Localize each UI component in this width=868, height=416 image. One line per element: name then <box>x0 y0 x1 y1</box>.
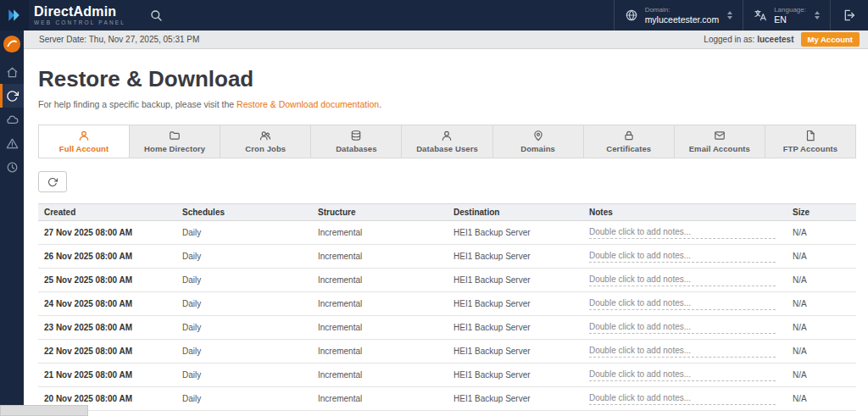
sidebar-item-warning[interactable] <box>0 131 24 155</box>
cell-schedules: Daily <box>176 275 312 285</box>
language-select[interactable]: Language: EN <box>743 0 830 31</box>
table-row[interactable]: 19 Nov 2025 08:00 AMDailyIncrementalHEI1… <box>38 411 856 416</box>
sidebar-item-home[interactable] <box>0 60 24 84</box>
table-row[interactable]: 24 Nov 2025 08:00 AMDailyIncrementalHEI1… <box>38 292 856 316</box>
notes-placeholder[interactable]: Double click to add notes... <box>589 275 776 286</box>
table-row[interactable]: 27 Nov 2025 08:00 AMDailyIncrementalHEI1… <box>38 221 856 245</box>
cell-schedules: Daily <box>176 347 312 356</box>
cell-size: N/A <box>787 347 856 356</box>
table-row[interactable]: 26 Nov 2025 08:00 AMDailyIncrementalHEI1… <box>38 245 856 269</box>
directadmin-logo-icon[interactable] <box>0 0 29 31</box>
cell-notes[interactable]: Double click to add notes... <box>583 393 787 405</box>
domain-value: myluceetester.com <box>645 14 720 25</box>
table-row[interactable]: 21 Nov 2025 08:00 AMDailyIncrementalHEI1… <box>38 363 856 387</box>
tab-databases[interactable]: Databases <box>311 125 402 158</box>
users-icon <box>259 130 271 141</box>
notes-placeholder[interactable]: Double click to add notes... <box>589 251 776 263</box>
documentation-link[interactable]: Restore & Download documentation <box>236 99 379 109</box>
my-account-button[interactable]: My Account <box>801 32 860 47</box>
cell-notes[interactable]: Double click to add notes... <box>583 275 787 286</box>
column-header-notes: Notes <box>583 208 787 217</box>
cloud-icon <box>6 114 19 126</box>
cell-created: 27 Nov 2025 08:00 AM <box>38 228 176 237</box>
cell-created: 20 Nov 2025 08:00 AM <box>38 394 176 403</box>
column-header-size: Size <box>787 208 856 217</box>
sidebar-item-cloud[interactable] <box>0 108 24 131</box>
tab-certificates[interactable]: Certificates <box>584 125 675 158</box>
tab-database-users[interactable]: Database Users <box>402 125 492 158</box>
server-date: Server Date: Thu, Nov 27, 2025, 05:31 PM <box>39 35 199 44</box>
cell-destination: HEI1 Backup Server <box>448 299 583 308</box>
logged-in-user: luceetest <box>757 35 793 44</box>
cell-notes[interactable]: Double click to add notes... <box>583 369 787 381</box>
domain-select[interactable]: Domain: myluceetester.com <box>614 0 743 31</box>
sidebar-item-clock[interactable] <box>0 155 24 179</box>
cell-size: N/A <box>787 370 856 380</box>
language-value: EN <box>774 14 806 25</box>
notes-placeholder[interactable]: Double click to add notes... <box>589 346 776 358</box>
cell-destination: HEI1 Backup Server <box>448 370 583 380</box>
column-header-created: Created <box>38 208 176 217</box>
sidebar-item-refresh[interactable] <box>0 84 24 108</box>
table-row[interactable]: 25 Nov 2025 08:00 AMDailyIncrementalHEI1… <box>38 269 856 292</box>
topbar: DirectAdmin web control panel Domain: my… <box>0 0 868 31</box>
cell-structure: Incremental <box>312 347 448 356</box>
cell-created: 26 Nov 2025 08:00 AM <box>38 252 176 261</box>
tab-label: FTP Accounts <box>783 144 838 153</box>
tab-label: Cron Jobs <box>245 144 286 153</box>
cell-notes[interactable]: Double click to add notes... <box>583 298 787 310</box>
refresh-button[interactable] <box>38 171 67 192</box>
refresh-icon <box>6 90 19 103</box>
cell-structure: Incremental <box>312 370 448 380</box>
table-row[interactable]: 22 Nov 2025 08:00 AMDailyIncrementalHEI1… <box>38 340 856 363</box>
notes-placeholder[interactable]: Double click to add notes... <box>589 369 776 381</box>
notes-placeholder[interactable]: Double click to add notes... <box>589 298 776 310</box>
user-icon <box>441 130 453 141</box>
user-avatar-logo[interactable] <box>3 35 21 53</box>
language-spinner-icon[interactable] <box>815 11 820 19</box>
table-row[interactable]: 23 Nov 2025 08:00 AMDailyIncrementalHEI1… <box>38 316 856 340</box>
tab-label: Database Users <box>416 144 478 153</box>
logout-button[interactable] <box>830 0 868 31</box>
tab-domains[interactable]: Domains <box>493 125 584 158</box>
tab-label: Home Directory <box>144 144 205 153</box>
cell-size: N/A <box>787 275 856 285</box>
cell-notes[interactable]: Double click to add notes... <box>583 251 787 263</box>
cell-size: N/A <box>787 394 856 403</box>
domain-spinner-icon[interactable] <box>727 11 732 19</box>
cell-structure: Incremental <box>312 323 448 332</box>
cell-destination: HEI1 Backup Server <box>448 228 583 237</box>
tab-full-account[interactable]: Full Account <box>39 125 130 158</box>
cell-notes[interactable]: Double click to add notes... <box>583 322 787 334</box>
logged-in-as: Logged in as: luceetest <box>704 35 793 44</box>
notes-placeholder[interactable]: Double click to add notes... <box>589 227 776 239</box>
cell-size: N/A <box>787 299 856 308</box>
sidebar <box>0 31 24 416</box>
cell-structure: Incremental <box>312 252 448 261</box>
cell-created: 24 Nov 2025 08:00 AM <box>38 299 176 308</box>
notes-placeholder[interactable]: Double click to add notes... <box>589 322 776 334</box>
cell-structure: Incremental <box>312 394 448 403</box>
logout-icon <box>843 8 856 22</box>
lock-icon <box>623 130 635 141</box>
notes-placeholder[interactable]: Double click to add notes... <box>589 393 776 405</box>
tab-ftp-accounts[interactable]: FTP Accounts <box>765 125 855 158</box>
tab-email-accounts[interactable]: Email Accounts <box>675 125 765 158</box>
brand-subtitle: web control panel <box>34 20 125 26</box>
search-icon[interactable] <box>149 8 163 22</box>
tab-cron-jobs[interactable]: Cron Jobs <box>220 125 311 158</box>
cell-schedules: Daily <box>176 299 312 308</box>
cell-created: 25 Nov 2025 08:00 AM <box>38 275 176 285</box>
cell-notes[interactable]: Double click to add notes... <box>583 227 787 239</box>
cell-size: N/A <box>787 228 856 237</box>
warning-icon <box>6 137 19 150</box>
cell-notes[interactable]: Double click to add notes... <box>583 346 787 358</box>
globe-icon <box>625 8 638 22</box>
cell-destination: HEI1 Backup Server <box>448 323 583 332</box>
tab-label: Email Accounts <box>689 144 750 153</box>
tab-home-directory[interactable]: Home Directory <box>130 125 220 158</box>
cell-schedules: Daily <box>176 370 312 380</box>
tab-label: Full Account <box>59 144 108 153</box>
table-row[interactable]: 20 Nov 2025 08:00 AMDailyIncrementalHEI1… <box>38 387 856 411</box>
cell-destination: HEI1 Backup Server <box>448 252 583 261</box>
